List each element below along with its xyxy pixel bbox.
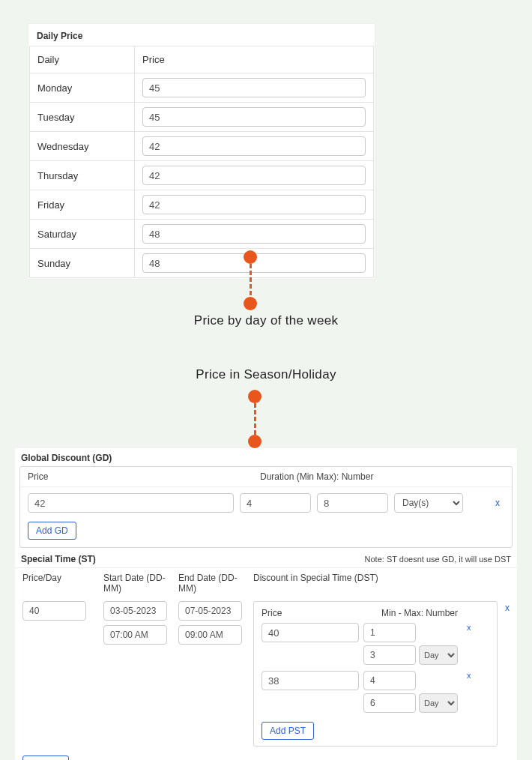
add-st-button[interactable]: Add ST xyxy=(22,756,69,760)
daily-price-table: Daily Price Monday Tuesday Wednesday Thu… xyxy=(29,46,374,278)
add-gd-button[interactable]: Add GD xyxy=(28,522,76,540)
st-row: Price Min - Max: Number Day x xyxy=(15,598,517,753)
discount-panel: Global Discount (GD) Price Duration (Min… xyxy=(15,448,517,760)
daily-price-panel: Daily Price Daily Price Monday Tuesday W… xyxy=(28,24,375,279)
dst-remove-button[interactable]: x xyxy=(467,671,471,680)
price-input-friday[interactable] xyxy=(142,195,366,214)
dst-price-input[interactable] xyxy=(262,671,359,690)
st-endtime-input[interactable] xyxy=(178,625,242,645)
st-title: Special Time (ST) xyxy=(21,554,96,564)
st-starttime-input[interactable] xyxy=(103,625,167,645)
dst-max-input[interactable] xyxy=(363,645,416,665)
daily-price-title: Daily Price xyxy=(29,25,374,46)
gd-unit-select[interactable]: Day(s) xyxy=(394,493,463,513)
dst-max-input[interactable] xyxy=(363,693,416,713)
day-label: Monday xyxy=(30,73,135,103)
day-label: Tuesday xyxy=(30,103,135,132)
day-label: Wednesday xyxy=(30,132,135,161)
dst-box: Price Min - Max: Number Day x xyxy=(253,601,498,747)
gd-box: Price Duration (Min Max): Number Day(s) … xyxy=(19,466,513,548)
dst-row: Day x xyxy=(262,671,489,713)
gd-min-input[interactable] xyxy=(240,493,311,513)
st-note: Note: ST doesnt use GD, it will use DST xyxy=(365,555,511,564)
table-row: Friday xyxy=(30,190,374,220)
st-columns: Price/Day Start Date (DD-MM) End Date (D… xyxy=(15,567,517,598)
day-label: Thursday xyxy=(30,161,135,190)
day-label: Saturday xyxy=(30,220,135,249)
connector-line-icon xyxy=(254,403,256,435)
dst-unit-select[interactable]: Day xyxy=(419,693,458,713)
table-row: Sunday xyxy=(30,249,374,278)
dst-remove-button[interactable]: x xyxy=(467,623,471,632)
st-col-dst: Discount in Special Time (DST) xyxy=(253,573,378,594)
day-label: Sunday xyxy=(30,249,135,278)
st-col-start: Start Date (DD-MM) xyxy=(103,573,178,594)
price-input-monday[interactable] xyxy=(142,78,366,97)
gd-col-price: Price xyxy=(28,471,260,482)
gd-col-duration: Duration (Min Max): Number xyxy=(260,471,373,482)
price-input-wednesday[interactable] xyxy=(142,136,366,156)
caption-season: Price in Season/Holiday xyxy=(0,367,532,382)
gd-remove-button[interactable]: x xyxy=(491,498,504,508)
table-row: Monday xyxy=(30,73,374,103)
dst-col-price: Price xyxy=(262,608,381,618)
st-remove-button[interactable]: x xyxy=(505,601,510,613)
dst-row: Day x xyxy=(262,623,489,665)
table-row: Wednesday xyxy=(30,132,374,161)
table-row: Saturday xyxy=(30,220,374,249)
gd-max-input[interactable] xyxy=(317,493,388,513)
connector-dot-icon xyxy=(244,297,257,310)
add-pst-button[interactable]: Add PST xyxy=(262,722,314,740)
dst-unit-select[interactable]: Day xyxy=(419,645,458,665)
st-enddate-input[interactable] xyxy=(178,601,242,621)
gd-row: Day(s) x xyxy=(20,487,512,519)
price-input-thursday[interactable] xyxy=(142,166,366,185)
price-input-tuesday[interactable] xyxy=(142,107,366,127)
table-row: Tuesday xyxy=(30,103,374,132)
dst-min-input[interactable] xyxy=(363,623,416,642)
price-input-saturday[interactable] xyxy=(142,224,366,244)
dst-price-input[interactable] xyxy=(262,623,359,642)
st-col-priceday: Price/Day xyxy=(22,573,103,594)
gd-price-input[interactable] xyxy=(28,493,234,513)
st-priceday-input[interactable] xyxy=(22,601,86,621)
dst-col-minmax: Min - Max: Number xyxy=(381,608,458,618)
day-label: Friday xyxy=(30,190,135,220)
connector-dot-icon xyxy=(248,435,262,448)
col-price: Price xyxy=(135,46,374,73)
connector-dot-icon xyxy=(248,390,262,403)
st-col-end: End Date (DD-MM) xyxy=(178,573,253,594)
connector-line-icon xyxy=(250,264,252,295)
dst-min-input[interactable] xyxy=(363,671,416,690)
gd-title: Global Discount (GD) xyxy=(15,448,517,466)
caption-by-day: Price by day of the week xyxy=(0,313,532,328)
connector-dot-icon xyxy=(244,250,257,264)
st-startdate-input[interactable] xyxy=(103,601,167,621)
table-row: Thursday xyxy=(30,161,374,190)
col-daily: Daily xyxy=(30,46,135,73)
